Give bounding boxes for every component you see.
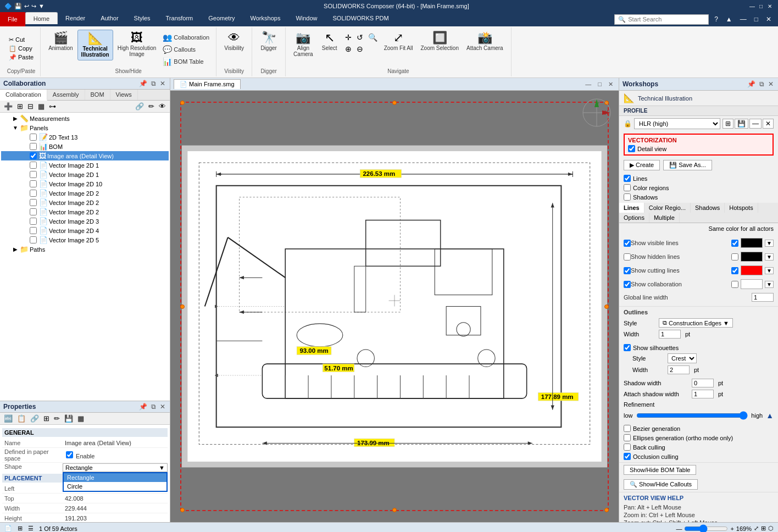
props-sort2-btn[interactable]: 📋 <box>15 414 27 423</box>
tree-item-vec10[interactable]: 📄 Vector Image 2D 10 <box>1 179 169 189</box>
props-expand-btn[interactable]: ⊞ <box>42 414 51 423</box>
tree-check-v10[interactable] <box>30 180 37 187</box>
zoom-out-btn[interactable]: — <box>676 525 682 532</box>
quick-access-more[interactable]: ▼ <box>38 3 45 9</box>
high-resolution-button[interactable]: 🖼 High ResolutionImage <box>114 30 160 59</box>
tree-check-v4[interactable] <box>30 227 37 234</box>
tree-item-2dtext13[interactable]: 📝 2D Text 13 <box>1 132 169 142</box>
canvas-maximize-btn[interactable]: □ <box>596 81 604 88</box>
tree-check-v1a[interactable] <box>30 162 37 169</box>
tree-check-v5[interactable] <box>30 236 37 243</box>
shadow-width-input[interactable] <box>692 379 714 387</box>
tree-check-v1b[interactable] <box>30 171 37 178</box>
tree-check-bom[interactable] <box>30 143 37 150</box>
props-more-btn[interactable]: ▦ <box>76 414 86 423</box>
tab-home[interactable]: Home <box>25 12 58 24</box>
sil-width-input[interactable] <box>668 365 690 374</box>
handle-bl[interactable] <box>180 508 185 512</box>
bezier-checkbox[interactable] <box>624 425 631 432</box>
outlines-width-input[interactable] <box>659 330 681 339</box>
tree-item-vec1a[interactable]: 📄 Vector Image 2D 1 <box>1 160 169 170</box>
ws-tab-options[interactable]: Options <box>619 213 649 223</box>
tree-check-img[interactable] <box>30 152 37 159</box>
tree-expand-measurements[interactable]: ▶ <box>12 115 19 121</box>
help-icon[interactable]: ? <box>712 15 720 23</box>
callouts-button[interactable]: 💬 Callouts <box>160 44 212 55</box>
align-camera-button[interactable]: 📷 AlignCamera <box>290 30 316 59</box>
technical-illustration-button[interactable]: 📐 TechnicalIllustration <box>77 30 113 60</box>
ws-tab-multiple[interactable]: Multiple <box>649 213 680 223</box>
collab-color-btn[interactable]: ▼ <box>765 281 774 288</box>
profile-btn-2[interactable]: 💾 <box>735 119 748 129</box>
ws-color-regions-check[interactable] <box>624 184 631 191</box>
window-minimize-btn[interactable]: — <box>738 15 749 23</box>
pan-button[interactable]: ✛ <box>343 32 354 43</box>
collab-pin-button[interactable]: 📌 <box>138 80 148 87</box>
hidden-lines-same-color[interactable] <box>731 253 738 261</box>
visible-lines-same-color[interactable] <box>731 240 738 247</box>
handle-left[interactable] <box>180 304 185 309</box>
collab-tab-views[interactable]: Views <box>110 90 138 100</box>
tree-item-paths[interactable]: ▶ 📁 Paths <box>1 245 169 254</box>
maximize-button[interactable]: □ <box>757 2 765 10</box>
tree-item-panels[interactable]: ▼ 📁 Panels <box>1 123 169 132</box>
collab-tab-collaboration[interactable]: Collaboration <box>0 90 47 101</box>
tree-item-measurements[interactable]: ▶ 📏 Measurements <box>1 114 169 123</box>
quick-access-save[interactable]: 💾 <box>14 3 22 10</box>
zoom-selection-button[interactable]: 🔲 Zoom Selection <box>417 30 462 53</box>
tree-item-vec1b[interactable]: 📄 Vector Image 2D 1 <box>1 170 169 179</box>
tree-check-v2c[interactable] <box>30 208 37 215</box>
digger-button[interactable]: 🔭 Digger <box>257 30 281 53</box>
cutting-lines-color-box[interactable] <box>741 265 763 275</box>
refinement-slider[interactable] <box>636 411 748 420</box>
collab-tab-assembly[interactable]: Assembly <box>47 90 85 100</box>
sil-style-select[interactable]: Crest <box>668 353 697 363</box>
tree-item-bom[interactable]: 📊 BOM <box>1 142 169 151</box>
props-edit-btn[interactable]: ✏ <box>52 414 62 423</box>
hidden-lines-color-btn[interactable]: ▼ <box>765 253 774 261</box>
shape-option-rectangle[interactable]: Rectangle <box>64 473 166 482</box>
zoom-button[interactable]: 🔍 <box>366 32 380 43</box>
tree-item-image-area[interactable]: 🖼 Image area (Detail View) <box>1 151 169 160</box>
handle-bottom[interactable] <box>392 508 397 512</box>
tb-edit-btn[interactable]: ✏ <box>147 102 156 111</box>
tree-expand-paths[interactable]: ▶ <box>12 246 19 252</box>
hidden-lines-color-box[interactable] <box>741 252 763 262</box>
tree-item-vec2b[interactable]: 📄 Vector Image 2D 2 <box>1 198 169 207</box>
props-pin-button[interactable]: 📌 <box>138 403 148 411</box>
tree-item-vec4[interactable]: 📄 Vector Image 2D 4 <box>1 226 169 235</box>
vec-detail-checkbox[interactable] <box>628 145 635 152</box>
props-defined-checkbox[interactable] <box>66 451 73 458</box>
ws-lines-check[interactable] <box>624 175 631 182</box>
tab-workshops[interactable]: Workshops <box>243 12 288 24</box>
attach-camera-button[interactable]: 📸 Attach Camera <box>463 30 507 53</box>
props-save-btn[interactable]: 💾 <box>63 414 75 423</box>
ws-shadows-check[interactable] <box>624 193 631 201</box>
zoom-slider[interactable] <box>684 524 728 533</box>
handle-right[interactable] <box>604 304 609 309</box>
tb-link-btn[interactable]: 🔗 <box>134 102 146 111</box>
collaboration-button[interactable]: 👥 Collaboration <box>160 32 212 43</box>
visibility-button[interactable]: 👁 Visibility <box>221 30 247 53</box>
window-close-btn[interactable]: ✕ <box>764 15 774 23</box>
fit-icon[interactable]: ⤢ <box>754 525 759 532</box>
canvas-close-btn[interactable]: ✕ <box>606 81 615 88</box>
tree-item-vec2c[interactable]: 📄 Vector Image 2D 2 <box>1 207 169 217</box>
zoom-in-btn[interactable]: + <box>730 525 733 532</box>
props-link-btn[interactable]: 🔗 <box>29 414 41 423</box>
tree-check-v2b[interactable] <box>30 199 37 206</box>
canvas-minimize-btn[interactable]: — <box>583 81 593 88</box>
grid-icon[interactable]: ⊞ <box>761 525 766 532</box>
canvas-body[interactable]: Y X <box>170 91 619 522</box>
tab-pdm[interactable]: SOLIDWORKS PDM <box>325 12 397 24</box>
tree-item-vec2a[interactable]: 📄 Vector Image 2D 2 <box>1 189 169 198</box>
ws-tab-hotspots[interactable]: Hotspots <box>725 203 758 213</box>
zoom-fit-all-button[interactable]: ⤢ Zoom Fit All <box>381 30 416 53</box>
canvas-tab[interactable]: 📄 Main Frame.smg <box>174 79 241 89</box>
tree-check-v3[interactable] <box>30 218 37 225</box>
cutting-lines-color-btn[interactable]: ▼ <box>765 267 774 274</box>
ws-tab-lines[interactable]: Lines <box>619 203 644 213</box>
rotate-button[interactable]: ↺ <box>354 32 365 43</box>
tb-eye-btn[interactable]: 👁 <box>157 102 168 111</box>
tb-expand-btn[interactable]: ⊞ <box>15 102 25 111</box>
